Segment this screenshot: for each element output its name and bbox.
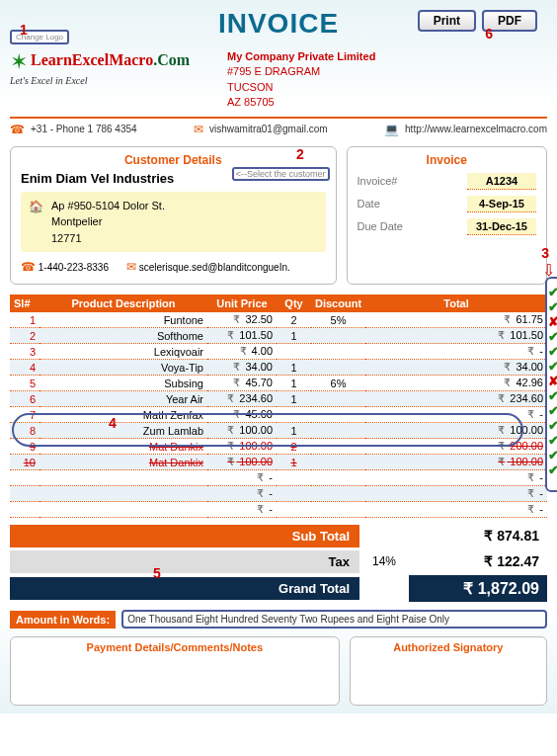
cust-email: scelerisque.sed@blanditcongueIn.: [139, 262, 290, 273]
phone-icon: ☎: [10, 123, 25, 136]
check-icon: ✔: [548, 418, 557, 433]
subtotal-label: Sub Total: [10, 525, 359, 547]
cur: ₹: [484, 528, 493, 544]
words-label: Amount in Words:: [10, 611, 116, 629]
table-row: 6Year Air₹ 234.601₹ 234.60: [10, 391, 547, 407]
highlight-oval: [12, 413, 523, 447]
email-icon: ✉: [126, 260, 136, 274]
select-customer-button[interactable]: <--Select the customer: [232, 167, 330, 181]
cust-addr1: Ap #950-5104 Dolor St.: [51, 198, 165, 214]
x-icon: ✘: [548, 314, 557, 329]
tax-label: Tax: [10, 550, 359, 573]
inv-num: A1234: [467, 173, 536, 190]
col-desc: Product Description: [40, 294, 207, 312]
table-row: 10Mat Dankix₹ 100.001₹ 100.00: [10, 455, 547, 470]
brand-name: LearnExcelMacro: [31, 51, 153, 68]
invoice-title: Invoice: [358, 153, 536, 167]
table-row: 2Softhome₹ 101.501₹ 101.50: [10, 328, 547, 344]
table-row: 3Lexiqvoair₹ 4.00₹ -: [10, 344, 547, 360]
company-name: My Company Private Limited: [227, 49, 375, 64]
col-qty: Qty: [277, 294, 311, 312]
company-addr1: #795 E DRAGRAM: [227, 64, 375, 79]
inv-num-label: Invoice#: [358, 175, 398, 187]
customer-title: Customer Details: [21, 153, 326, 167]
cust-phone: 1-440-223-8336: [39, 262, 109, 273]
print-button[interactable]: Print: [418, 10, 476, 32]
annotation-1: 1: [20, 22, 28, 38]
col-total: Total: [365, 294, 547, 312]
phone-icon: ☎: [21, 260, 36, 274]
table-row: 1Funtone₹ 32.5025%₹ 61.75: [10, 312, 547, 328]
check-icon: ✔: [548, 388, 557, 403]
tax-value: 122.47: [497, 553, 539, 569]
annotation-5: 5: [153, 565, 161, 581]
words-value: One Thousand Eight Hundred Seventy Two R…: [121, 610, 547, 629]
contact-email: vishwamitra01@gmail.com: [209, 124, 328, 134]
invoice-panel: Invoice Invoice#A1234 Date4-Sep-15 Due D…: [347, 146, 547, 286]
company-addr2: TUCSON: [227, 80, 375, 95]
check-icon: ✔: [548, 433, 557, 448]
subtotal-value: 874.81: [497, 528, 539, 544]
grandtotal-value: 1,872.09: [478, 580, 539, 597]
cust-addr3: 12771: [51, 230, 165, 247]
brand-suffix: .Com: [153, 51, 190, 68]
star-icon: ✶: [10, 49, 28, 75]
inv-due: 31-Dec-15: [467, 218, 536, 235]
check-icon: ✔: [548, 285, 557, 299]
table-row: ₹ -₹ -: [10, 486, 547, 502]
check-icon: ✔: [548, 329, 557, 344]
contact-phone: +31 - Phone 1 786 4354: [31, 124, 137, 134]
x-icon: ✘: [548, 374, 557, 388]
contact-web: http://www.learnexcelmacro.com: [405, 124, 547, 134]
inv-date: 4-Sep-15: [467, 196, 536, 212]
check-icon: ✔: [548, 448, 557, 462]
cur: ₹: [463, 580, 473, 597]
logo: ✶ LearnExcelMacro.Com Let's Excel in Exc…: [10, 49, 207, 111]
col-sl: Sl#: [10, 294, 40, 312]
annotation-2: 2: [296, 146, 304, 162]
check-column: ✔✔✘✔✔✔✘✔✔✔✔✔✔: [548, 285, 557, 477]
change-logo-button[interactable]: Change Logo: [10, 30, 69, 44]
notes-box[interactable]: Payment Details/Comments/Notes: [10, 636, 340, 706]
cust-addr2: Montpelier: [51, 213, 165, 230]
company-address: My Company Private Limited #795 E DRAGRA…: [227, 49, 375, 111]
customer-panel: Customer Details <--Select the customer …: [10, 146, 337, 286]
col-price: Unit Price: [207, 294, 277, 312]
check-icon: ✔: [548, 403, 557, 418]
annotation-3: 3: [541, 245, 549, 261]
company-addr3: AZ 85705: [227, 95, 375, 110]
table-row: 5Subsing₹ 45.7016%₹ 42.96: [10, 376, 547, 391]
grandtotal-label: Grand Total: [10, 577, 359, 600]
line-item-table: Sl# Product Description Unit Price Qty D…: [10, 294, 547, 518]
check-icon: ✔: [548, 344, 557, 359]
signatory-box: Authorized Signatory: [350, 636, 547, 706]
tax-pct: 14%: [359, 554, 409, 568]
inv-date-label: Date: [358, 198, 380, 210]
table-row: 4Voya-Tip₹ 34.001₹ 34.00: [10, 360, 547, 376]
home-icon: 🏠: [29, 198, 43, 247]
tagline: Let's Excel in Excel: [10, 75, 207, 86]
inv-due-label: Due Date: [358, 220, 403, 232]
web-icon: 💻: [384, 123, 399, 136]
check-icon: ✔: [548, 462, 557, 477]
annotation-6: 6: [485, 26, 493, 42]
email-icon: ✉: [194, 123, 203, 136]
col-disc: Discount: [311, 294, 365, 312]
check-icon: ✔: [548, 359, 557, 374]
table-row: ₹ -₹ -: [10, 502, 547, 518]
table-row: ₹ -₹ -: [10, 470, 547, 486]
cur: ₹: [484, 553, 493, 569]
check-icon: ✔: [548, 299, 557, 314]
